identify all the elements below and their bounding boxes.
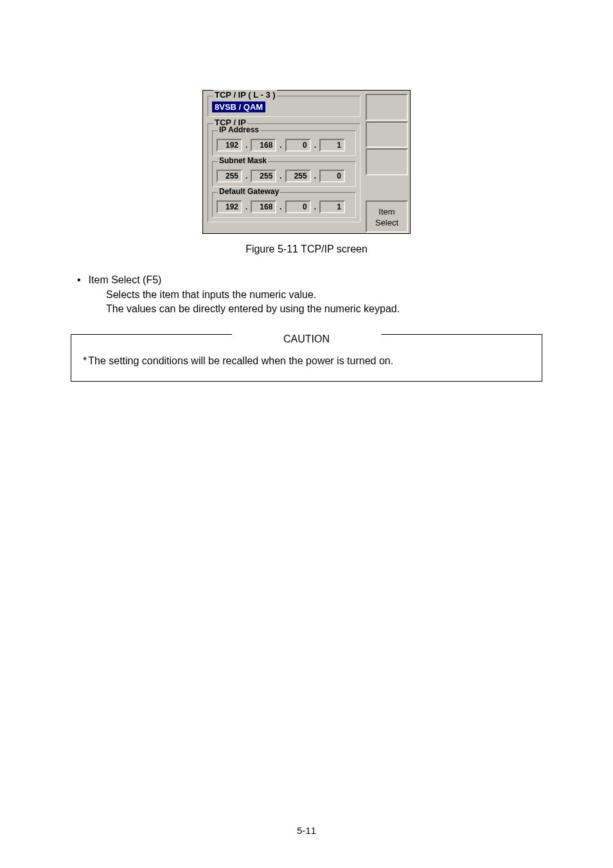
caution-box: CAUTION *The setting conditions will be … <box>71 334 542 382</box>
group-tcpip-l3: TCP / IP ( L - 3 ) 8VSB / QAM <box>208 96 360 117</box>
screenshot-main-panel: TCP / IP ( L - 3 ) 8VSB / QAM TCP / IP I… <box>204 93 364 233</box>
bullet-item: • Item Select (F5) <box>77 274 542 286</box>
selected-8vsb-qam[interactable]: 8VSB / QAM <box>212 102 265 112</box>
bullet-dot: • <box>77 274 89 286</box>
caution-label-wrap: CAUTION <box>71 333 542 345</box>
side-slot-4 <box>366 176 408 200</box>
figure-caption: Figure 5-11 TCP/IP screen <box>71 244 542 255</box>
asterisk-icon: * <box>83 355 87 366</box>
bullet-title: Item Select (F5) <box>89 274 162 286</box>
ip-dot: . <box>314 172 317 181</box>
body-line-2: The values can be directly entered by us… <box>106 303 542 315</box>
ip-address-label: IP Address <box>218 125 260 134</box>
side-slot-3 <box>366 148 408 175</box>
item-select-line2: Select <box>367 218 407 228</box>
default-gateway-row: 192 . 168 . 0 . 1 <box>217 200 351 213</box>
caution-label: CAUTION <box>232 333 381 345</box>
mask-octet-1[interactable]: 255 <box>217 170 242 182</box>
caution-line: *The setting conditions will be recalled… <box>83 355 530 367</box>
ip-octet-1[interactable]: 192 <box>217 139 242 152</box>
group-tcpip: TCP / IP IP Address 192 . 168 . 0 . 1 <box>208 123 360 222</box>
side-slot-2 <box>366 121 408 148</box>
gw-octet-1[interactable]: 192 <box>217 200 242 213</box>
ip-address-row: 192 . 168 . 0 . 1 <box>217 139 351 152</box>
ip-octet-4[interactable]: 1 <box>319 139 345 152</box>
mask-octet-3[interactable]: 255 <box>285 170 311 182</box>
ip-dot: . <box>279 141 282 150</box>
gw-octet-4[interactable]: 1 <box>319 200 345 213</box>
group-default-gateway: Default Gateway 192 . 168 . 0 . 1 <box>212 192 356 218</box>
ip-dot: . <box>245 141 248 150</box>
group-tcpip-l3-legend: TCP / IP ( L - 3 ) <box>213 90 277 100</box>
subnet-mask-label: Subnet Mask <box>218 156 268 165</box>
ip-dot: . <box>245 172 248 181</box>
default-gateway-label: Default Gateway <box>218 187 280 196</box>
page: TCP / IP ( L - 3 ) 8VSB / QAM TCP / IP I… <box>0 0 613 868</box>
ip-octet-2[interactable]: 168 <box>251 139 276 152</box>
tcpip-screenshot: TCP / IP ( L - 3 ) 8VSB / QAM TCP / IP I… <box>202 90 411 234</box>
subnet-mask-row: 255 . 255 . 255 . 0 <box>217 170 351 182</box>
ip-dot: . <box>279 202 282 211</box>
caution-text: The setting conditions will be recalled … <box>88 355 393 366</box>
mask-octet-2[interactable]: 255 <box>251 170 276 182</box>
gw-octet-2[interactable]: 168 <box>251 200 276 213</box>
body-line-1: Selects the item that inputs the numeric… <box>106 289 542 301</box>
mask-octet-4[interactable]: 0 <box>319 170 345 182</box>
group-subnet-mask: Subnet Mask 255 . 255 . 255 . 0 <box>212 161 356 187</box>
gw-octet-3[interactable]: 0 <box>285 200 311 213</box>
ip-dot: . <box>245 202 248 211</box>
ip-dot: . <box>279 172 282 181</box>
page-number: 5-11 <box>0 825 613 836</box>
screenshot-container: TCP / IP ( L - 3 ) 8VSB / QAM TCP / IP I… <box>71 90 542 234</box>
side-slot-1 <box>366 94 408 121</box>
item-select-button[interactable]: Item Select <box>366 200 408 233</box>
item-select-line1: Item <box>367 207 407 217</box>
screenshot-side-buttons: Item Select <box>364 93 409 233</box>
ip-dot: . <box>314 202 317 211</box>
group-ip-address: IP Address 192 . 168 . 0 . 1 <box>212 130 356 156</box>
ip-dot: . <box>314 141 317 150</box>
ip-octet-3[interactable]: 0 <box>285 139 311 152</box>
